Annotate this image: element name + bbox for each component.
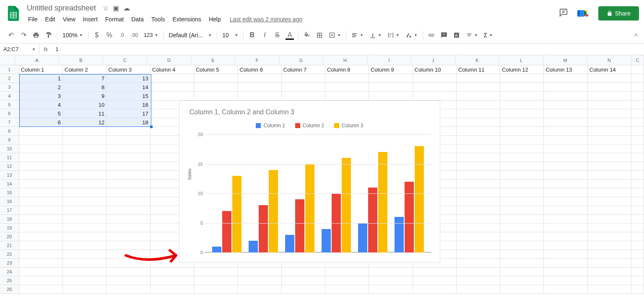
- name-box[interactable]: A2:C7▼: [0, 44, 39, 55]
- cell[interactable]: [325, 268, 369, 276]
- sheets-logo[interactable]: [5, 5, 22, 22]
- row-header[interactable]: 3: [0, 83, 19, 92]
- cell[interactable]: [500, 259, 544, 268]
- col-header[interactable]: C: [103, 55, 147, 65]
- cell[interactable]: [631, 100, 644, 109]
- select-all-corner[interactable]: [0, 55, 15, 65]
- strikethrough-button[interactable]: S: [271, 29, 283, 41]
- cell[interactable]: [631, 268, 644, 276]
- row-header[interactable]: 16: [0, 197, 19, 206]
- cell[interactable]: [63, 268, 106, 276]
- row-header[interactable]: 14: [0, 180, 19, 188]
- meet-icon[interactable]: [575, 5, 592, 22]
- cell[interactable]: [544, 180, 587, 188]
- cell[interactable]: [413, 285, 457, 294]
- col-header[interactable]: G: [279, 55, 323, 65]
- cell[interactable]: [194, 285, 238, 294]
- cell[interactable]: [631, 250, 644, 259]
- menu-file[interactable]: File: [25, 14, 41, 24]
- cell[interactable]: [63, 215, 106, 224]
- h-align-button[interactable]: ▼: [349, 32, 366, 39]
- cell[interactable]: [413, 92, 457, 100]
- cell[interactable]: [19, 127, 63, 136]
- cell[interactable]: [631, 206, 644, 215]
- cell[interactable]: Column 12: [500, 65, 544, 74]
- cell[interactable]: [588, 118, 631, 127]
- cell[interactable]: [457, 188, 500, 197]
- cell[interactable]: [457, 127, 500, 136]
- cell[interactable]: [500, 136, 544, 144]
- row-header[interactable]: 5: [0, 100, 19, 109]
- cell[interactable]: [238, 268, 281, 276]
- cell[interactable]: [106, 285, 150, 294]
- cell[interactable]: [588, 180, 631, 188]
- cell[interactable]: [457, 162, 500, 171]
- col-header[interactable]: K: [455, 55, 499, 65]
- cell[interactable]: [19, 232, 63, 241]
- col-header[interactable]: L: [499, 55, 543, 65]
- menu-format[interactable]: Format: [102, 14, 127, 24]
- rotate-button[interactable]: ▼: [403, 32, 420, 39]
- redo-button[interactable]: ↷: [18, 29, 29, 41]
- move-icon[interactable]: ▣: [113, 4, 119, 12]
- cell[interactable]: [238, 74, 281, 83]
- merge-cells-button[interactable]: ▼: [326, 32, 343, 39]
- cell[interactable]: [631, 188, 644, 197]
- cell[interactable]: [19, 224, 63, 232]
- cell[interactable]: [544, 92, 587, 100]
- row-header[interactable]: 1: [0, 65, 19, 74]
- cell[interactable]: [369, 285, 413, 294]
- cell[interactable]: 1: [19, 74, 63, 83]
- col-header[interactable]: N: [587, 55, 631, 65]
- cell[interactable]: [457, 197, 500, 206]
- cell[interactable]: [106, 127, 150, 136]
- cell[interactable]: [500, 100, 544, 109]
- cell[interactable]: [544, 153, 587, 162]
- cell[interactable]: 6: [19, 118, 63, 127]
- cell[interactable]: [544, 250, 587, 259]
- cell[interactable]: [325, 74, 369, 83]
- cell[interactable]: [238, 285, 281, 294]
- cell[interactable]: [282, 83, 325, 92]
- cell[interactable]: [19, 215, 63, 224]
- cell[interactable]: [457, 268, 500, 276]
- row-header[interactable]: 7: [0, 118, 19, 127]
- cell[interactable]: [457, 259, 500, 268]
- cell[interactable]: [151, 276, 194, 285]
- cell[interactable]: [544, 224, 587, 232]
- comment-button[interactable]: [438, 29, 450, 41]
- cell[interactable]: [500, 144, 544, 153]
- star-icon[interactable]: ☆: [103, 4, 109, 12]
- cell[interactable]: [63, 232, 106, 241]
- cell[interactable]: [544, 144, 587, 153]
- cell[interactable]: 3: [19, 92, 63, 100]
- row-header[interactable]: 12: [0, 162, 19, 171]
- cell[interactable]: [63, 188, 106, 197]
- currency-button[interactable]: $: [91, 29, 103, 41]
- cell[interactable]: [325, 285, 369, 294]
- cell[interactable]: [457, 171, 500, 180]
- cell[interactable]: [457, 250, 500, 259]
- cell[interactable]: [63, 224, 106, 232]
- cell[interactable]: [63, 241, 106, 250]
- cell[interactable]: [631, 118, 644, 127]
- row-header[interactable]: 18: [0, 215, 19, 224]
- row-header[interactable]: 17: [0, 206, 19, 215]
- cell[interactable]: [588, 241, 631, 250]
- cell[interactable]: [457, 83, 500, 92]
- cell[interactable]: [457, 109, 500, 118]
- row-header[interactable]: 8: [0, 127, 19, 136]
- row-header[interactable]: 9: [0, 136, 19, 144]
- share-button[interactable]: Share: [598, 6, 639, 21]
- selection-handle[interactable]: [150, 126, 153, 128]
- menu-data[interactable]: Data: [128, 14, 147, 24]
- row-header[interactable]: 10: [0, 144, 19, 153]
- cell[interactable]: [588, 136, 631, 144]
- cell[interactable]: 8: [63, 83, 106, 92]
- cell[interactable]: [238, 92, 281, 100]
- cell[interactable]: [500, 206, 544, 215]
- cell[interactable]: [325, 92, 369, 100]
- cell[interactable]: [106, 153, 150, 162]
- cell[interactable]: [588, 197, 631, 206]
- cell[interactable]: [19, 206, 63, 215]
